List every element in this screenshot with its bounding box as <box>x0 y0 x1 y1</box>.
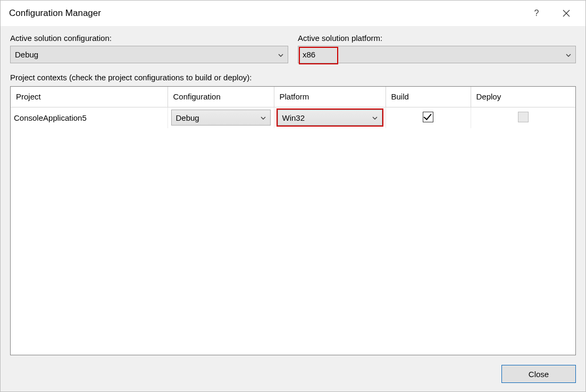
solution-config-combo[interactable]: Debug <box>10 46 288 63</box>
close-window-button[interactable] <box>558 5 575 22</box>
chevron-down-icon <box>278 51 283 59</box>
cell-project: ConsoleApplication5 <box>11 107 168 128</box>
build-checkbox[interactable] <box>423 112 433 122</box>
cell-deploy <box>471 107 575 128</box>
row-configuration-combo[interactable]: Debug <box>171 110 271 126</box>
table-header-row: Project Configuration Platform Build Dep… <box>11 87 575 107</box>
project-contexts-grid: Project Configuration Platform Build Dep… <box>10 86 576 355</box>
window-title: Configuration Manager <box>9 8 528 19</box>
table-row: ConsoleApplication5 Debug Win32 <box>11 107 575 128</box>
solution-platform-label: Active solution platform: <box>298 34 576 43</box>
solution-config-label: Active solution configuration: <box>10 34 288 43</box>
dialog-footer: Close <box>10 355 576 383</box>
close-button[interactable]: Close <box>501 365 576 383</box>
chevron-down-icon <box>372 114 378 121</box>
solution-config-value: Debug <box>15 50 38 59</box>
help-button[interactable]: ? <box>528 5 545 22</box>
chevron-down-icon <box>261 114 266 121</box>
col-deploy[interactable]: Deploy <box>471 87 575 107</box>
titlebar: Configuration Manager ? <box>1 1 585 26</box>
titlebar-buttons: ? <box>528 5 579 22</box>
solution-platform-field: Active solution platform: x86 <box>298 34 576 63</box>
col-platform[interactable]: Platform <box>274 87 386 107</box>
solution-config-field: Active solution configuration: Debug <box>10 34 288 63</box>
cell-configuration: Debug <box>168 107 274 128</box>
row-configuration-value: Debug <box>176 113 199 122</box>
row-platform-value: Win32 <box>282 113 305 122</box>
chevron-down-icon <box>566 51 571 59</box>
col-configuration[interactable]: Configuration <box>168 87 274 107</box>
client-area: Active solution configuration: Debug Act… <box>1 26 585 391</box>
col-build[interactable]: Build <box>386 87 471 107</box>
solution-platform-combo[interactable]: x86 <box>298 46 576 63</box>
cell-build <box>386 107 471 128</box>
help-icon: ? <box>534 9 539 18</box>
project-contexts-label: Project contexts (check the project conf… <box>10 73 576 82</box>
project-table: Project Configuration Platform Build Dep… <box>11 87 575 128</box>
top-row: Active solution configuration: Debug Act… <box>10 34 576 63</box>
cell-platform: Win32 <box>274 107 386 128</box>
solution-platform-value: x86 <box>303 50 315 59</box>
configuration-manager-dialog: Configuration Manager ? Active solution … <box>0 0 586 392</box>
deploy-checkbox <box>518 112 529 122</box>
row-platform-combo[interactable]: Win32 <box>278 110 382 126</box>
close-icon <box>563 10 570 17</box>
col-project[interactable]: Project <box>11 87 168 107</box>
close-button-label: Close <box>529 370 549 379</box>
